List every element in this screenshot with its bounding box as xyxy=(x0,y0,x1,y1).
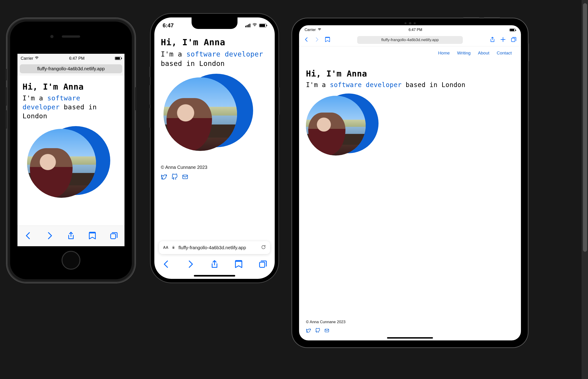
home-indicator[interactable] xyxy=(387,337,433,339)
tabs-icon[interactable] xyxy=(258,259,268,270)
bookmarks-icon[interactable] xyxy=(234,259,244,270)
hero-avatar xyxy=(164,78,244,158)
volume-down-button xyxy=(149,108,151,128)
forward-icon[interactable] xyxy=(186,259,195,270)
subtitle-highlight: software developer xyxy=(330,81,402,89)
back-icon[interactable] xyxy=(24,231,33,241)
forward-icon[interactable] xyxy=(45,231,54,241)
volume-down-button xyxy=(5,110,7,129)
share-icon[interactable] xyxy=(210,259,219,270)
power-button xyxy=(528,43,529,62)
battery-icon xyxy=(259,24,266,27)
twitter-icon[interactable] xyxy=(161,174,167,181)
clock: 6:47 PM xyxy=(409,28,422,32)
back-icon[interactable] xyxy=(303,36,309,44)
subtitle-prefix: I'm a xyxy=(161,50,186,58)
reload-icon[interactable] xyxy=(261,245,266,251)
clock: 6:47 PM xyxy=(69,56,85,61)
mail-icon[interactable] xyxy=(324,328,329,334)
tabs-icon[interactable] xyxy=(510,36,517,44)
mute-switch xyxy=(5,69,7,80)
nav-link-writing[interactable]: Writing xyxy=(457,50,471,56)
subtitle-prefix: I'm a xyxy=(306,81,330,89)
home-button[interactable] xyxy=(62,251,80,270)
bookmarks-icon[interactable] xyxy=(88,231,97,241)
front-camera xyxy=(50,35,54,38)
url-text[interactable]: fluffy-frangollo-4a6b3d.netlify.app xyxy=(20,64,122,73)
tabs-icon[interactable] xyxy=(109,231,118,241)
page-body: Hi, I'm Anna I'm a software developer ba… xyxy=(154,33,275,232)
book-icon[interactable] xyxy=(324,36,331,44)
wifi-icon xyxy=(318,28,321,32)
page-body: Hi, I'm Anna I'm a software developer ba… xyxy=(17,76,124,209)
carrier-label: Carrier xyxy=(305,28,316,32)
scrollbar-thumb[interactable] xyxy=(583,3,587,252)
page-title: Hi, I'm Anna xyxy=(306,69,514,78)
nav-link-home[interactable]: Home xyxy=(438,50,450,56)
github-icon[interactable] xyxy=(171,174,178,181)
page-body: Hi, I'm Anna I'm a software developer ba… xyxy=(299,60,521,172)
safari-address-bar[interactable]: fluffy-frangollo-4a6b3d.netlify.app xyxy=(17,63,124,76)
device-iphone-8: Carrier 6:47 PM fluffy-frangollo-4a6b3d.… xyxy=(7,18,135,283)
power-button xyxy=(279,87,280,115)
svg-rect-1 xyxy=(111,234,116,239)
device-ipad: Carrier 6:47 PM fluffy-frangollo-4a6b3d.… xyxy=(292,18,528,347)
social-links xyxy=(161,174,268,181)
page-footer: © Anna Cunnane 2023 xyxy=(306,313,345,334)
copyright-text: © Anna Cunnane 2023 xyxy=(306,320,345,324)
safari-toolbar: fluffy-frangollo-4a6b3d.netlify.app xyxy=(299,33,521,47)
safari-toolbar xyxy=(17,226,124,246)
wifi-icon xyxy=(252,22,257,29)
svg-rect-5 xyxy=(260,262,265,267)
home-indicator[interactable] xyxy=(194,275,235,277)
page-subtitle: I'm a software developer based in London xyxy=(22,94,119,121)
subtitle-prefix: I'm a xyxy=(22,94,47,102)
github-icon[interactable] xyxy=(315,328,320,334)
share-icon[interactable] xyxy=(66,231,76,241)
plus-icon[interactable] xyxy=(500,36,506,44)
device-screen: 6:47 Hi, I'm Anna I'm a software develop… xyxy=(154,17,275,279)
device-bezel: Carrier 6:47 PM fluffy-frangollo-4a6b3d.… xyxy=(10,22,132,279)
carrier-label: Carrier xyxy=(21,56,33,61)
svg-point-6 xyxy=(319,30,320,31)
volume-up-button xyxy=(5,87,7,106)
safari-toolbar xyxy=(154,256,275,273)
svg-point-2 xyxy=(254,26,255,26)
avatar-photo xyxy=(164,78,237,151)
front-camera-array xyxy=(400,22,420,25)
safari-address-bar[interactable]: AA fluffy-frangollo-4a6b3d.netlify.app xyxy=(159,241,270,254)
hero-avatar xyxy=(306,96,372,162)
power-button xyxy=(135,87,137,110)
url-text[interactable]: fluffy-frangollo-4a6b3d.netlify.app xyxy=(178,245,258,250)
volume-button xyxy=(463,17,480,18)
twitter-icon[interactable] xyxy=(306,328,311,334)
wifi-icon xyxy=(35,56,39,61)
social-links xyxy=(306,328,345,334)
volume-button xyxy=(484,17,500,18)
nav-link-contact[interactable]: Contact xyxy=(497,50,512,56)
back-icon[interactable] xyxy=(161,259,171,270)
subtitle-suffix: based in London xyxy=(161,60,225,67)
svg-rect-7 xyxy=(511,38,515,42)
forward-icon[interactable] xyxy=(314,36,320,44)
avatar-photo xyxy=(27,129,96,198)
site-nav: Home Writing About Contact xyxy=(299,47,521,60)
page-title: Hi, I'm Anna xyxy=(22,82,119,91)
volume-up-button xyxy=(149,85,151,105)
subtitle-suffix: based in London xyxy=(402,81,465,89)
copyright-text: © Anna Cunnane 2023 xyxy=(161,165,268,170)
battery-icon xyxy=(510,29,515,32)
page-subtitle: I'm a software developer based in London xyxy=(161,50,268,68)
nav-link-about[interactable]: About xyxy=(478,50,489,56)
page-subtitle: I'm a software developer based in London xyxy=(306,81,514,89)
svg-point-0 xyxy=(36,59,37,59)
page-scrollbar[interactable] xyxy=(582,0,588,379)
battery-icon xyxy=(115,57,121,60)
share-icon[interactable] xyxy=(489,36,496,44)
url-text[interactable]: fluffy-frangollo-4a6b3d.netlify.app xyxy=(381,38,439,42)
mail-icon[interactable] xyxy=(182,174,188,181)
status-bar: Carrier 6:47 PM xyxy=(299,25,521,33)
safari-address-bar[interactable]: fluffy-frangollo-4a6b3d.netlify.app xyxy=(357,36,463,44)
notch xyxy=(192,17,237,29)
text-size-button[interactable]: AA xyxy=(163,246,168,250)
